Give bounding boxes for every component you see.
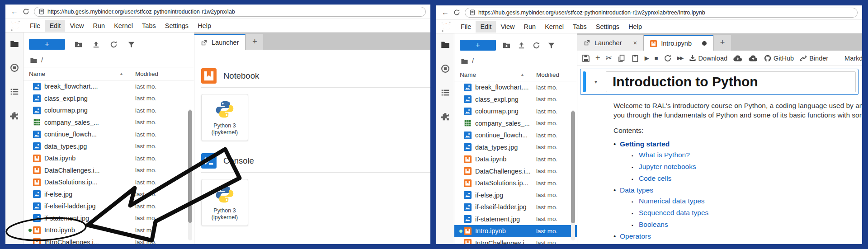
table-of-contents-icon[interactable] xyxy=(440,88,450,98)
save-icon[interactable] xyxy=(582,54,590,62)
file-row[interactable]: colourmap.pnglast mo. xyxy=(24,104,194,117)
menu-item-settings[interactable]: Settings xyxy=(591,21,624,33)
filter-icon[interactable] xyxy=(127,40,136,49)
menu-item-run[interactable]: Run xyxy=(89,20,110,32)
table-of-contents-icon[interactable] xyxy=(9,87,19,97)
extensions-puzzle-icon[interactable] xyxy=(440,112,450,122)
file-browser-icon[interactable] xyxy=(440,40,450,50)
stop-kernel-icon[interactable]: ■ xyxy=(655,55,658,61)
file-row[interactable]: if-else.jpglast mo. xyxy=(454,189,577,202)
file-row[interactable]: data_types.jpglast mo. xyxy=(24,141,194,153)
cloud-upload-icon[interactable] xyxy=(748,54,758,62)
toc-link[interactable]: Getting started xyxy=(620,139,670,150)
scrollbar-thumb[interactable] xyxy=(571,111,575,223)
breadcrumb[interactable]: / xyxy=(454,54,577,68)
file-row[interactable]: DataSolutions.ip...last mo. xyxy=(454,177,577,189)
markdown-body-cell[interactable]: Welcome to RAL's introductory course on … xyxy=(613,101,862,242)
notebook-kernel-card[interactable]: Python 3 (ipykernel) xyxy=(201,94,248,141)
file-row[interactable]: continue_flowch...last mo. xyxy=(24,128,194,141)
file-row[interactable]: colourmap.pnglast mo. xyxy=(454,105,577,117)
menu-item-run[interactable]: Run xyxy=(519,21,541,33)
file-row[interactable]: Intro.ipynblast mo. xyxy=(454,225,577,237)
file-row[interactable]: if-elseif-ladder.jpglast mo. xyxy=(24,200,194,212)
name-column-header[interactable]: Name▲ xyxy=(29,70,135,77)
binder-button[interactable]: Binder xyxy=(799,54,828,62)
new-folder-icon[interactable] xyxy=(502,41,511,50)
toc-link[interactable]: Data types xyxy=(620,185,653,196)
copy-cell-icon[interactable] xyxy=(618,54,626,62)
file-browser-icon[interactable] xyxy=(9,39,19,49)
toc-link[interactable]: What is Python? xyxy=(639,150,690,160)
url-bar[interactable]: https://hub.gesis.mybinder.org/user/stfc… xyxy=(34,7,426,17)
menu-item-view[interactable]: View xyxy=(496,21,519,33)
github-button[interactable]: GitHub xyxy=(764,54,794,62)
toc-link[interactable]: Code cells xyxy=(639,173,671,184)
running-sessions-icon[interactable] xyxy=(440,64,450,74)
file-row[interactable]: IntroChallenges.i...last mo. xyxy=(454,237,577,244)
close-tab-icon[interactable]: × xyxy=(633,39,637,47)
file-row[interactable]: DataChallenges.i...last mo. xyxy=(24,164,194,177)
file-row[interactable]: Intro.ipynblast mo. xyxy=(24,224,194,236)
menu-item-file[interactable]: File xyxy=(456,21,476,33)
cloud-download-icon[interactable] xyxy=(733,54,743,62)
tab-launcher[interactable]: Launcher xyxy=(194,34,245,50)
scrollbar-thumb[interactable] xyxy=(188,110,192,223)
menu-item-view[interactable]: View xyxy=(65,20,88,32)
file-list-scrollbar[interactable] xyxy=(188,109,192,240)
new-launcher-button[interactable]: + xyxy=(29,39,65,50)
extensions-puzzle-icon[interactable] xyxy=(9,111,19,121)
refresh-icon[interactable] xyxy=(23,8,29,15)
upload-icon[interactable] xyxy=(517,41,526,50)
file-row[interactable]: DataSolutions.ip...last mo. xyxy=(24,176,194,188)
file-row[interactable]: company_sales_...last mo. xyxy=(454,117,577,130)
menu-item-help[interactable]: Help xyxy=(624,21,646,33)
menu-item-settings[interactable]: Settings xyxy=(160,20,193,32)
file-row[interactable]: break_flowchart....last mo. xyxy=(24,80,194,93)
file-row[interactable]: IntroChallenges.i...last mo. xyxy=(24,236,194,244)
refresh-file-list-icon[interactable] xyxy=(109,40,118,49)
new-launcher-button[interactable]: + xyxy=(460,40,496,51)
upload-icon[interactable] xyxy=(92,40,100,49)
menu-item-file[interactable]: File xyxy=(25,20,45,32)
new-tab-button[interactable]: + xyxy=(246,34,263,50)
file-list-scrollbar[interactable] xyxy=(571,110,575,240)
file-row[interactable]: class_expl.pnglast mo. xyxy=(24,93,194,105)
paste-cell-icon[interactable] xyxy=(631,54,639,62)
file-row[interactable]: if-statement.jpglast mo. xyxy=(24,212,194,225)
restart-kernel-icon[interactable] xyxy=(664,54,672,62)
add-cell-icon[interactable]: + xyxy=(595,53,600,63)
menu-item-help[interactable]: Help xyxy=(193,20,216,32)
toc-link[interactable]: Sequenced data types xyxy=(639,207,708,218)
url-bar[interactable]: https://hub.gesis.mybinder.org/user/stfc… xyxy=(465,8,858,18)
toc-link[interactable]: Jupyter notebooks xyxy=(639,161,696,172)
toc-link[interactable]: Operators xyxy=(620,231,651,242)
modified-column-header[interactable]: Modified xyxy=(536,71,577,78)
running-sessions-icon[interactable] xyxy=(9,63,19,73)
menu-item-kernel[interactable]: Kernel xyxy=(109,20,137,32)
refresh-file-list-icon[interactable] xyxy=(532,41,541,50)
file-row[interactable]: break_flowchart....last mo. xyxy=(454,81,577,94)
tab-launcher[interactable]: Launcher × xyxy=(577,35,644,51)
toc-link[interactable]: Booleans xyxy=(639,219,668,230)
console-kernel-card[interactable]: Python 3 (ipykernel) xyxy=(201,179,248,226)
cell-collapser-icon[interactable]: ▾ xyxy=(590,71,602,92)
file-row[interactable]: data_types.jpglast mo. xyxy=(454,141,577,154)
cell-type-dropdown[interactable]: Markdown xyxy=(844,55,862,62)
menu-item-kernel[interactable]: Kernel xyxy=(540,21,568,33)
tab-intro-notebook[interactable]: Intro.ipynb xyxy=(644,35,713,51)
file-row[interactable]: if-elseif-ladder.jpglast mo. xyxy=(454,201,577,213)
file-row[interactable]: continue_flowch...last mo. xyxy=(454,129,577,141)
breadcrumb[interactable]: / xyxy=(24,53,194,67)
file-row[interactable]: if-statement.jpglast mo. xyxy=(454,213,577,226)
menu-item-tabs[interactable]: Tabs xyxy=(137,20,160,32)
run-cell-icon[interactable]: ▶ xyxy=(645,55,649,61)
new-folder-icon[interactable] xyxy=(74,40,83,49)
file-row[interactable]: Data.ipynblast mo. xyxy=(24,152,194,164)
back-icon[interactable]: ← xyxy=(11,8,18,15)
back-icon[interactable]: ← xyxy=(442,9,449,16)
menu-item-edit[interactable]: Edit xyxy=(476,21,496,33)
name-column-header[interactable]: Name▲ xyxy=(460,71,536,78)
file-row[interactable]: company_sales_...last mo. xyxy=(24,117,194,129)
file-row[interactable]: DataChallenges.i...last mo. xyxy=(454,165,577,178)
file-row[interactable]: if-else.jpglast mo. xyxy=(24,188,194,201)
